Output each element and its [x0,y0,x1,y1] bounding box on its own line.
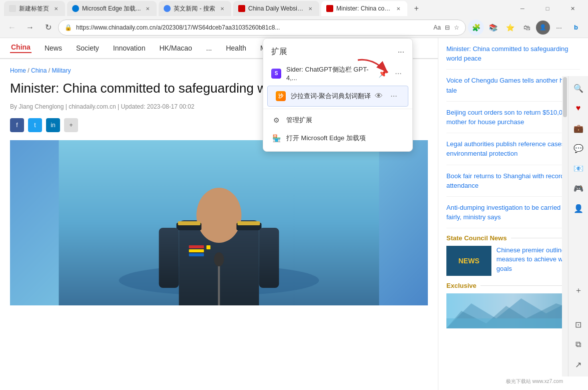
profile-icon[interactable]: 👤 [536,21,550,35]
exclusive-section-title: Exclusive [446,282,580,289]
sidebar-copy-icon[interactable]: ⧉ [570,336,586,352]
favorites-toolbar-icon[interactable]: ⭐ [502,20,518,36]
shala-name: 沙拉查词-聚合词典划词翻译 [291,92,373,101]
nav-china[interactable]: China [10,43,32,53]
shala-more-btn[interactable]: ··· [388,90,400,102]
extension-sider[interactable]: S Sider: ChatGPT侧边栏 GPT-4,... 📌 ··· [263,61,412,86]
news-link-5[interactable]: Book fair returns to Shanghai with recor… [446,172,564,189]
shala-icon: 沙 [276,91,286,101]
browser-toolbar: ← → ↻ 🔒 https://www.chinadaily.com.cn/a/… [0,17,588,38]
tab-close-search[interactable]: ✕ [218,5,226,13]
sider-name: Sider: ChatGPT侧边栏 GPT-4,... [286,65,377,82]
tab-favicon-cd [238,5,245,12]
tab-label-search: 英文新闻 - 搜索 [174,5,215,13]
extensions-popup-header: 扩展 ··· [263,43,412,61]
favorites-icon[interactable]: ☆ [454,24,459,31]
minimize-button[interactable]: ─ [511,1,534,16]
tab-label: 新建标签页 [19,5,49,13]
breadcrumb-china[interactable]: China [31,67,47,74]
open-addons-link[interactable]: 打开 Microsoft Edge 加载项 [286,134,404,143]
back-button[interactable]: ← [4,20,20,36]
news-item-3: Beijing court orders son to return $510,… [446,102,580,133]
sidebar-external-icon[interactable]: ↗ [570,356,586,372]
breadcrumb-military[interactable]: Military [52,67,71,74]
manage-extensions-link[interactable]: 管理扩展 [286,116,404,125]
breadcrumb-home[interactable]: Home [10,67,26,74]
ext-divider [263,109,412,109]
tab-chinadaily[interactable]: China Daily Website -... ✕ [233,1,319,16]
sidebar-briefcase-icon[interactable]: 💼 [570,120,586,136]
nav-news[interactable]: News [44,44,63,52]
sider-pin-btn[interactable]: 📌 [377,68,389,80]
article-source: chinadaily.com.cn [69,103,116,110]
sider-more-btn[interactable]: ··· [392,68,404,80]
extensions-popup-title: 扩展 [271,47,287,57]
maximize-button[interactable]: □ [536,1,559,16]
addons-icon: 🏪 [271,133,281,143]
sidebar-games-icon[interactable]: 🎮 [570,180,586,196]
read-aloud-icon[interactable]: Aa [433,24,441,31]
twitter-share-button[interactable]: t [28,118,42,132]
more-share-button[interactable]: + [64,118,78,132]
title-bar: 新建标签页 ✕ Microsoft Edge 加载... ✕ 英文新闻 - 搜索… [0,0,588,17]
collections-icon[interactable]: 📚 [485,20,501,36]
news-item-2: Voice of Chengdu Games tells another hap… [446,70,580,101]
forward-button[interactable]: → [22,20,38,36]
extension-manage[interactable]: ⚙ 管理扩展 [263,111,412,129]
news-link-3[interactable]: Beijing court orders son to return $510,… [446,109,577,126]
news-link-2[interactable]: Voice of Chengdu Games tells another hap… [446,77,577,94]
more-options-button[interactable]: ··· [551,20,567,36]
sidebar-outlook-icon[interactable]: 📧 [570,160,586,176]
svg-rect-8 [189,245,204,248]
tab-close-active[interactable]: ✕ [394,5,402,13]
state-council-card[interactable]: NEWS Chinese premier outlines measures t… [446,246,580,276]
tab-search[interactable]: 英文新闻 - 搜索 ✕ [159,1,231,16]
address-bar[interactable]: 🔒 https://www.chinadaily.com.cn/a/202308… [58,20,466,36]
nav-society[interactable]: Society [75,44,100,52]
sider-actions: 📌 ··· [377,68,404,80]
nav-health[interactable]: Health [225,44,247,52]
news-item-1: Minister: China committed to safeguardin… [446,38,580,70]
tab-close-edge[interactable]: ✕ [144,5,152,13]
tab-close-btn[interactable]: ✕ [52,5,60,13]
nav-hkmacao[interactable]: HK/Macao [158,44,193,52]
tab-edge[interactable]: Microsoft Edge 加载... ✕ [67,1,157,16]
sidebar-search-icon[interactable]: 🔍 [570,80,586,96]
nav-innovation[interactable]: Innovation [112,44,147,52]
news-link-6[interactable]: Anti-dumping investigation to be carried… [446,204,571,221]
nav-more[interactable]: ... [205,44,213,52]
shopping-icon[interactable]: 🛍 [519,20,535,36]
scrollbar[interactable] [562,76,568,376]
tab-new[interactable]: 新建标签页 ✕ [4,1,65,16]
sidebar-person-icon[interactable]: 👤 [570,200,586,216]
article-author: By Jiang Chenglong [10,103,64,110]
sidebar-chat-icon[interactable]: 💬 [570,140,586,156]
close-button[interactable]: ✕ [561,1,584,16]
news-link-4[interactable]: Legal authorities publish reference case… [446,140,574,157]
shala-actions: 👁 ··· [373,90,400,102]
svg-point-3 [197,188,242,243]
scrollbar-thumb[interactable] [563,77,567,117]
linkedin-share-button[interactable]: in [46,118,60,132]
sidebar-add-icon[interactable]: ＋ [570,282,586,298]
tab-favicon-search [164,5,171,12]
shala-visible-btn[interactable]: 👁 [373,90,385,102]
news-link-1[interactable]: Minister: China committed to safeguardin… [446,45,568,62]
extensions-icon[interactable]: 🧩 [468,20,484,36]
sidebar-expand-icon[interactable]: ⊡ [570,316,586,332]
tab-close-cd[interactable]: ✕ [306,5,314,13]
sidebar-favorites-icon[interactable]: ♥ [570,100,586,116]
new-tab-button[interactable]: + [409,2,423,16]
bing-icon[interactable]: b [568,20,584,36]
facebook-share-button[interactable]: f [10,118,24,132]
toolbar-icons: 🧩 📚 ⭐ 🛍 👤 ··· b [468,20,584,36]
tab-active[interactable]: Minister: China comm... ✕ [321,1,407,16]
split-screen-icon[interactable]: ⊟ [445,24,450,31]
svg-rect-9 [189,249,204,252]
open-addons[interactable]: 🏪 打开 Microsoft Edge 加载项 [263,129,412,147]
svg-rect-19 [446,318,580,328]
refresh-button[interactable]: ↻ [40,20,56,36]
article-hero-image [10,140,428,305]
extensions-popup-more[interactable]: ··· [398,48,404,57]
extension-shala[interactable]: 沙 沙拉查词-聚合词典划词翻译 👁 ··· [267,86,408,107]
